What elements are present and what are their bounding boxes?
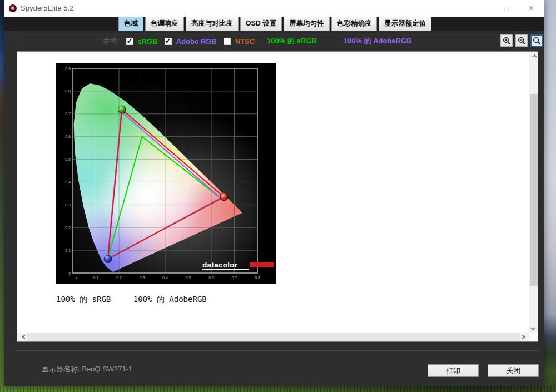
tab-bar: 色域 色调响应 亮度与对比度 OSD 设置 屏幕均匀性 色彩精确度 显示器额定值	[4, 17, 544, 31]
scroll-up-arrow[interactable]	[529, 52, 538, 61]
horizontal-scrollbar[interactable]	[17, 333, 529, 341]
print-button[interactable]: 打印	[428, 364, 479, 377]
scroll-right-arrow[interactable]	[518, 333, 527, 341]
svg-text:x: x	[76, 276, 78, 280]
svg-text:0.7: 0.7	[232, 276, 237, 280]
svg-text:0.4: 0.4	[162, 276, 168, 280]
svg-text:0.2: 0.2	[116, 276, 122, 280]
summary-adobergb: 100% 的 AdobeRGB	[133, 295, 207, 304]
svg-text:0.6: 0.6	[65, 135, 71, 138]
tab-tone-response[interactable]: 色调响应	[145, 17, 184, 31]
window-controls: – □ ×	[469, 0, 544, 17]
horizontal-scrollbar-thumb[interactable]	[27, 333, 520, 341]
wallpaper-bottom-strip	[0, 386, 556, 392]
title-bar: Spyder5Elite 5.2 – □ ×	[4, 0, 544, 17]
summary-srgb: 100% 的 sRGB	[56, 295, 111, 304]
spyder-logo-icon	[9, 4, 17, 12]
svg-text:0.4: 0.4	[65, 180, 71, 184]
close-dialog-button[interactable]: 关闭	[488, 364, 539, 377]
vertical-scrollbar[interactable]	[529, 52, 538, 333]
svg-text:datacolor: datacolor	[202, 261, 238, 269]
svg-text:0.5: 0.5	[65, 157, 71, 161]
minimize-button[interactable]: –	[469, 0, 494, 17]
tab-gamut[interactable]: 色域	[118, 17, 143, 31]
svg-text:0.2: 0.2	[65, 226, 71, 230]
tab-osd-settings[interactable]: OSD 设置	[240, 17, 282, 31]
chevron-right-icon	[520, 335, 524, 339]
svg-text:0.5: 0.5	[186, 276, 191, 280]
scroll-down-arrow[interactable]	[529, 323, 538, 333]
vertical-scrollbar-thumb[interactable]	[530, 94, 538, 286]
svg-text:0.8: 0.8	[255, 276, 260, 280]
svg-text:0.7: 0.7	[65, 112, 71, 116]
chevron-left-icon	[22, 335, 26, 339]
window-title: Spyder5Elite 5.2	[21, 0, 73, 17]
tab-screen-uniformity[interactable]: 屏幕均匀性	[284, 17, 330, 31]
svg-text:0.1: 0.1	[93, 276, 99, 280]
tab-brightness-contrast[interactable]: 亮度与对比度	[186, 17, 239, 31]
scrollbar-corner	[529, 333, 538, 341]
display-name-label: 显示器名称: BenQ SW271-1	[42, 364, 132, 374]
chevron-up-icon	[532, 54, 537, 58]
svg-text:0.1: 0.1	[65, 249, 71, 252]
gamut-summary: 100% 的 sRGB 100% 的 AdobeRGB	[56, 295, 207, 305]
maximize-button[interactable]: □	[494, 0, 519, 17]
svg-text:0.3: 0.3	[140, 276, 145, 280]
wallpaper-right-strip	[543, 0, 556, 392]
close-window-button[interactable]: ×	[519, 0, 544, 17]
svg-text:0.9: 0.9	[65, 67, 71, 71]
app-window: Spyder5Elite 5.2 – □ × 色域 色调响应 亮度与对比度 OS…	[4, 0, 544, 386]
content-panel: 0.10.20.30.40.50.60.70.80.10.20.30.40.50…	[17, 51, 538, 342]
svg-text:0.8: 0.8	[65, 89, 71, 93]
tab-display-rating[interactable]: 显示器额定值	[379, 17, 431, 31]
chevron-down-icon	[530, 325, 535, 330]
cie-chromaticity-diagram: 0.10.20.30.40.50.60.70.80.10.20.30.40.50…	[56, 63, 276, 284]
svg-text:0.6: 0.6	[209, 276, 214, 280]
svg-text:0.3: 0.3	[65, 203, 71, 207]
tab-color-accuracy[interactable]: 色彩精确度	[331, 17, 378, 31]
svg-text:y: y	[69, 271, 71, 276]
desktop: Spyder5Elite 5.2 – □ × 色域 色调响应 亮度与对比度 OS…	[0, 0, 556, 392]
